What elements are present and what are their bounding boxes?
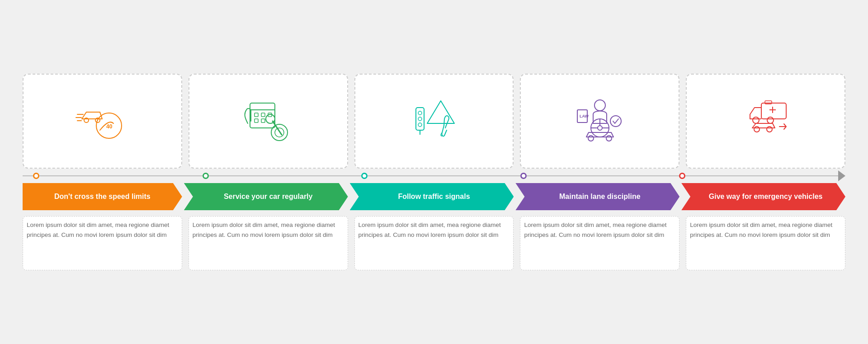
- desc-2-text: Lorem ipsum dolor sit dim amet, mea regi…: [193, 220, 344, 240]
- dot-4: [520, 173, 527, 179]
- line-2-3: [209, 175, 362, 176]
- banner-5-label: Give way for emergency vehicles: [709, 192, 823, 201]
- banner-2-label: Service your car regularly: [224, 192, 313, 201]
- timeline-start: [23, 173, 50, 179]
- svg-rect-12: [255, 119, 258, 123]
- desc-4-text: Lorem ipsum dolor sit dim amet, mea regi…: [524, 220, 675, 240]
- svg-rect-33: [761, 103, 786, 119]
- banner-1-label: Don't cross the speed limits: [54, 192, 151, 201]
- desc-1: Lorem ipsum dolor sit dim amet, mea regi…: [23, 216, 182, 270]
- icon-lane: LAW: [571, 92, 629, 151]
- banner-5: Give way for emergency vehicles: [681, 183, 845, 210]
- spacer-4: [679, 183, 681, 210]
- icon-speed: 40: [73, 92, 132, 151]
- icon-service: [239, 92, 297, 151]
- card-emergency: [686, 74, 845, 169]
- infographic-container: 40: [23, 74, 845, 270]
- card-lane: LAW: [520, 74, 679, 169]
- timeline-arrow: [838, 170, 845, 181]
- svg-point-24: [598, 126, 602, 130]
- svg-point-31: [588, 136, 594, 141]
- cards-row: 40: [23, 74, 845, 169]
- spacer-1: [182, 183, 184, 210]
- desc-4: Lorem ipsum dolor sit dim amet, mea regi…: [520, 216, 679, 270]
- timeline-connector: [23, 170, 845, 181]
- svg-point-20: [418, 123, 422, 127]
- svg-point-35: [767, 117, 774, 123]
- svg-point-39: [754, 127, 760, 132]
- line-3-4: [368, 175, 520, 176]
- card-service: [189, 74, 348, 169]
- svg-text:40: 40: [106, 123, 113, 130]
- banner-3-label: Follow traffic signals: [398, 192, 470, 201]
- svg-point-32: [606, 136, 612, 141]
- dot-3: [361, 173, 368, 179]
- svg-point-30: [610, 116, 621, 127]
- desc-5-text: Lorem ipsum dolor sit dim amet, mea regi…: [690, 220, 841, 240]
- svg-point-14: [266, 114, 275, 123]
- desc-1-text: Lorem ipsum dolor sit dim amet, mea regi…: [27, 220, 178, 240]
- banner-1: Don't cross the speed limits: [23, 183, 182, 210]
- banner-4-label: Maintain lane discipline: [559, 192, 641, 201]
- dot-2: [203, 173, 209, 179]
- line-1-2: [50, 175, 203, 176]
- svg-text:LAW: LAW: [580, 114, 589, 118]
- dot-1: [33, 173, 39, 179]
- svg-point-34: [753, 117, 759, 123]
- spacer-2: [348, 183, 350, 210]
- svg-point-22: [594, 100, 605, 111]
- spacer-3: [514, 183, 515, 210]
- dot-5: [679, 173, 685, 179]
- desc-3-text: Lorem ipsum dolor sit dim amet, mea regi…: [359, 220, 510, 240]
- line-end: [685, 175, 838, 176]
- svg-rect-10: [261, 113, 265, 117]
- banner-3: Follow traffic signals: [350, 183, 514, 210]
- line-4-5: [527, 175, 679, 176]
- desc-2: Lorem ipsum dolor sit dim amet, mea regi…: [189, 216, 348, 270]
- desc-5: Lorem ipsum dolor sit dim amet, mea regi…: [686, 216, 845, 270]
- svg-rect-9: [255, 113, 258, 117]
- desc-3: Lorem ipsum dolor sit dim amet, mea regi…: [354, 216, 514, 270]
- svg-point-18: [418, 111, 422, 115]
- card-speed: 40: [23, 74, 182, 169]
- descriptions-row: Lorem ipsum dolor sit dim amet, mea regi…: [23, 216, 845, 270]
- card-traffic: [354, 74, 514, 169]
- icon-traffic: [405, 92, 463, 151]
- svg-rect-7: [250, 103, 275, 128]
- svg-rect-13: [261, 119, 265, 123]
- svg-point-40: [767, 127, 772, 132]
- icon-emergency: [736, 92, 795, 151]
- banner-4: Maintain lane discipline: [515, 183, 679, 210]
- svg-point-19: [418, 117, 422, 121]
- arrows-row: Don't cross the speed limits Service you…: [23, 183, 845, 210]
- banner-2: Service your car regularly: [184, 183, 348, 210]
